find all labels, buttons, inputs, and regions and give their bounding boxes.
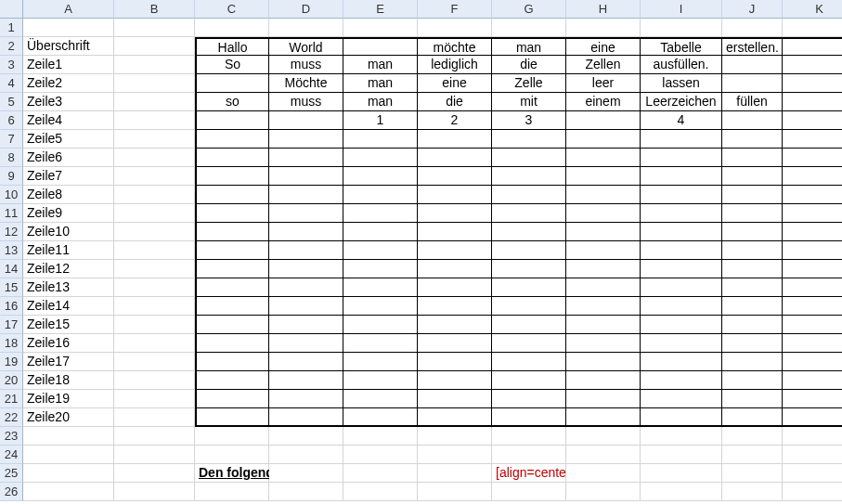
cell-K13[interactable]	[783, 241, 842, 260]
cell-C24[interactable]	[195, 446, 269, 464]
cell-J21[interactable]	[722, 390, 783, 408]
cell-C12[interactable]	[195, 223, 269, 241]
cell-D1[interactable]	[269, 19, 343, 37]
cell-B19[interactable]	[114, 353, 195, 371]
cell-A25[interactable]	[23, 464, 114, 483]
cell-H5[interactable]: einem	[566, 93, 641, 111]
row-header-5[interactable]: 5	[0, 93, 23, 111]
column-header-J[interactable]: J	[722, 0, 783, 19]
cell-D25[interactable]	[269, 464, 343, 483]
cell-J25[interactable]	[722, 464, 783, 483]
cell-E4[interactable]: man	[343, 74, 418, 93]
row-header-20[interactable]: 20	[0, 371, 23, 390]
cell-F12[interactable]	[418, 223, 492, 241]
row-header-3[interactable]: 3	[0, 56, 23, 74]
cell-K24[interactable]	[783, 446, 842, 464]
cell-H1[interactable]	[566, 19, 641, 37]
cell-A24[interactable]	[23, 446, 114, 464]
cell-K19[interactable]	[783, 353, 842, 371]
cell-G5[interactable]: mit	[492, 93, 566, 111]
row-header-2[interactable]: 2	[0, 37, 23, 56]
cell-E16[interactable]	[343, 297, 418, 316]
cell-I23[interactable]	[641, 427, 722, 446]
cell-K10[interactable]	[783, 186, 842, 204]
cell-J6[interactable]	[722, 111, 783, 130]
cell-I13[interactable]	[641, 241, 722, 260]
cell-D24[interactable]	[269, 446, 343, 464]
cell-H21[interactable]	[566, 390, 641, 408]
cell-K26[interactable]	[783, 483, 842, 501]
cell-B26[interactable]	[114, 483, 195, 501]
cell-C26[interactable]	[195, 483, 269, 501]
cell-B6[interactable]	[114, 111, 195, 130]
cell-B15[interactable]	[114, 278, 195, 297]
cell-K15[interactable]	[783, 278, 842, 297]
cell-D13[interactable]	[269, 241, 343, 260]
cell-A17[interactable]: Zeile15	[23, 316, 114, 334]
cell-D9[interactable]	[269, 167, 343, 186]
cell-B18[interactable]	[114, 334, 195, 353]
cell-H15[interactable]	[566, 278, 641, 297]
cell-F14[interactable]	[418, 260, 492, 278]
cell-E10[interactable]	[343, 186, 418, 204]
footer-code[interactable]: [align=center][table='Hallo,World, ,möch…	[492, 464, 566, 483]
footer-instruction[interactable]: Den folgenden Inhalt in den Post einbind…	[195, 464, 269, 483]
cell-K17[interactable]	[783, 316, 842, 334]
cell-F4[interactable]: eine	[418, 74, 492, 93]
cell-E13[interactable]	[343, 241, 418, 260]
cell-J20[interactable]	[722, 371, 783, 390]
column-header-C[interactable]: C	[195, 0, 269, 19]
cell-I7[interactable]	[641, 130, 722, 149]
cell-B8[interactable]	[114, 149, 195, 167]
cell-H13[interactable]	[566, 241, 641, 260]
cell-G20[interactable]	[492, 371, 566, 390]
cell-I9[interactable]	[641, 167, 722, 186]
cell-E19[interactable]	[343, 353, 418, 371]
row-header-17[interactable]: 17	[0, 316, 23, 334]
cell-B11[interactable]	[114, 204, 195, 223]
cell-A3[interactable]: Zeile1	[23, 56, 114, 74]
row-header-8[interactable]: 8	[0, 149, 23, 167]
cell-C21[interactable]	[195, 390, 269, 408]
cell-D6[interactable]	[269, 111, 343, 130]
cell-B10[interactable]	[114, 186, 195, 204]
cell-I14[interactable]	[641, 260, 722, 278]
cell-J4[interactable]	[722, 74, 783, 93]
cell-B12[interactable]	[114, 223, 195, 241]
cell-F24[interactable]	[418, 446, 492, 464]
cell-B25[interactable]	[114, 464, 195, 483]
cell-D5[interactable]: muss	[269, 93, 343, 111]
cell-B2[interactable]	[114, 37, 195, 56]
cell-J16[interactable]	[722, 297, 783, 316]
cell-K12[interactable]	[783, 223, 842, 241]
cell-B17[interactable]	[114, 316, 195, 334]
cell-E20[interactable]	[343, 371, 418, 390]
cell-D21[interactable]	[269, 390, 343, 408]
cell-B20[interactable]	[114, 371, 195, 390]
cell-C18[interactable]	[195, 334, 269, 353]
cell-E11[interactable]	[343, 204, 418, 223]
cell-F22[interactable]	[418, 408, 492, 427]
cell-A6[interactable]: Zeile4	[23, 111, 114, 130]
cell-B16[interactable]	[114, 297, 195, 316]
cell-C14[interactable]	[195, 260, 269, 278]
cell-C3[interactable]: So	[195, 56, 269, 74]
cell-J17[interactable]	[722, 316, 783, 334]
cell-B14[interactable]	[114, 260, 195, 278]
cell-F8[interactable]	[418, 149, 492, 167]
cell-I8[interactable]	[641, 149, 722, 167]
row-header-7[interactable]: 7	[0, 130, 23, 149]
cell-H18[interactable]	[566, 334, 641, 353]
cell-G14[interactable]	[492, 260, 566, 278]
cell-C8[interactable]	[195, 149, 269, 167]
cell-D14[interactable]	[269, 260, 343, 278]
row-header-6[interactable]: 6	[0, 111, 23, 130]
cell-H6[interactable]	[566, 111, 641, 130]
cell-A10[interactable]: Zeile8	[23, 186, 114, 204]
cell-B23[interactable]	[114, 427, 195, 446]
cell-F2[interactable]: möchte	[418, 37, 492, 56]
row-header-11[interactable]: 11	[0, 204, 23, 223]
cell-K7[interactable]	[783, 130, 842, 149]
cell-E7[interactable]	[343, 130, 418, 149]
cell-K3[interactable]	[783, 56, 842, 74]
